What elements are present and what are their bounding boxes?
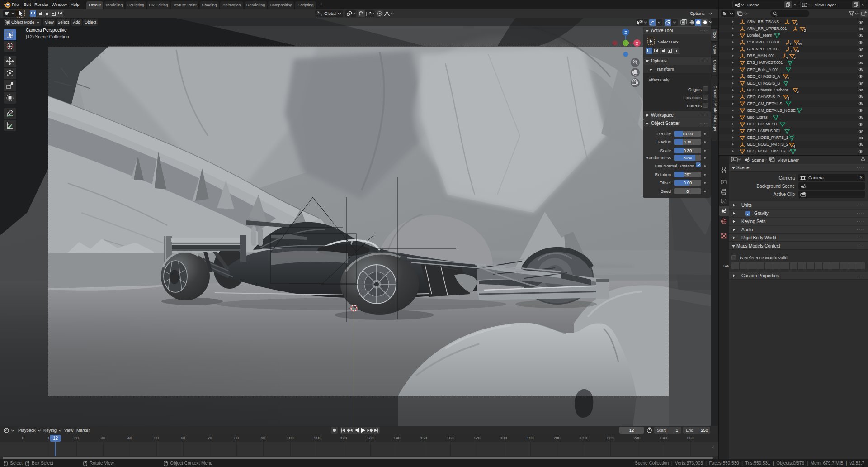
svg-text:X: X	[636, 41, 638, 46]
svg-text:Z: Z	[624, 30, 627, 35]
